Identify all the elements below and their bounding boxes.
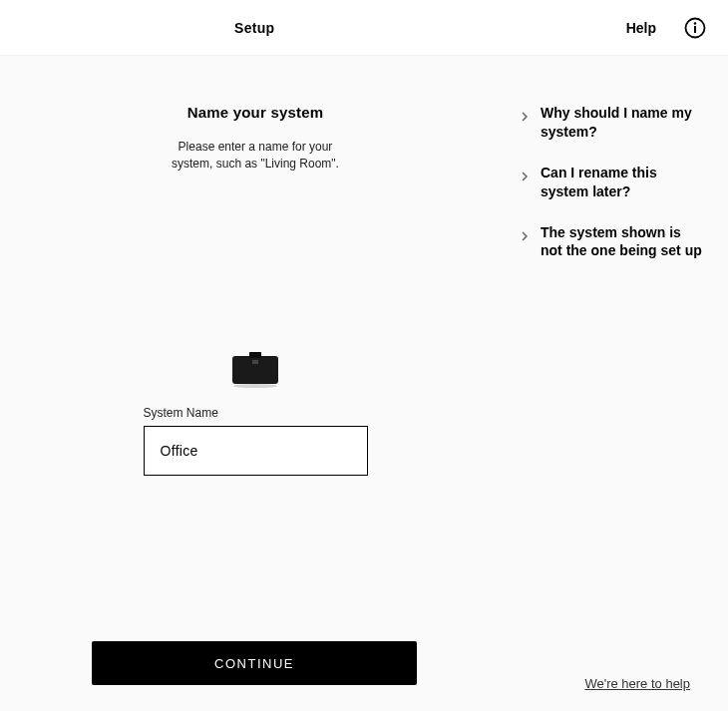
faq-item-why-name[interactable]: Why should I name my system? — [521, 104, 702, 142]
svg-point-6 — [233, 384, 277, 388]
system-name-input[interactable] — [144, 426, 368, 476]
faq-item-rename-later[interactable]: Can I rename this system later? — [521, 164, 702, 201]
svg-rect-2 — [694, 26, 696, 33]
speaker-icon — [228, 352, 282, 392]
page-subtitle: Please enter a name for your system, suc… — [172, 139, 339, 173]
footer-help-link[interactable]: We're here to help — [584, 676, 690, 691]
faq-text: Can I rename this system later? — [541, 164, 702, 201]
svg-rect-5 — [252, 360, 258, 364]
chevron-right-icon — [521, 108, 529, 126]
faq-item-wrong-system[interactable]: The system shown is not the one being se… — [521, 223, 702, 261]
subtitle-line2: system, such as "Living Room". — [172, 157, 339, 171]
chevron-right-icon — [521, 168, 529, 185]
faq-text: Why should I name my system? — [541, 104, 702, 142]
app-header: Setup Help — [0, 0, 728, 56]
chevron-right-icon — [521, 227, 529, 245]
header-right: Help — [626, 17, 706, 39]
svg-point-1 — [694, 22, 697, 25]
help-link[interactable]: Help — [626, 20, 656, 36]
subtitle-line1: Please enter a name for your — [179, 140, 333, 154]
svg-rect-4 — [249, 352, 261, 358]
main-column: Name your system Please enter a name for… — [0, 104, 511, 711]
info-icon[interactable] — [684, 17, 706, 39]
device-area: System Name — [144, 352, 368, 476]
continue-button[interactable]: CONTINUE — [92, 641, 417, 685]
app-body: Name your system Please enter a name for… — [0, 56, 728, 711]
faq-text: The system shown is not the one being se… — [541, 223, 702, 261]
header-title: Setup — [234, 20, 274, 36]
system-name-label: System Name — [144, 406, 368, 420]
faq-sidebar: Why should I name my system? Can I renam… — [511, 104, 728, 711]
page-title: Name your system — [187, 104, 324, 121]
